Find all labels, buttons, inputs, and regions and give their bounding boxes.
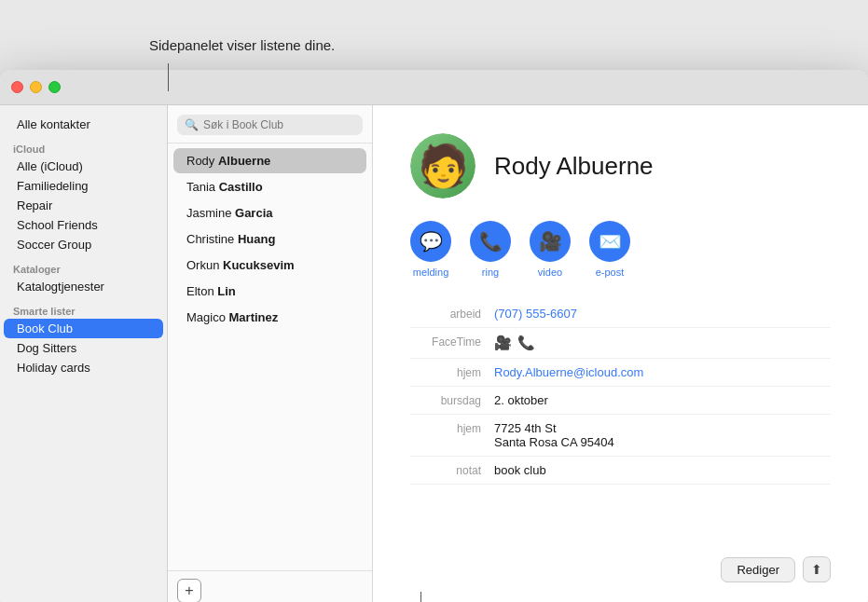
action-video[interactable]: 🎥 video xyxy=(530,221,571,278)
facetime-video-icon[interactable]: 🎥 xyxy=(494,335,512,351)
contacts-list-items: Rody Albuerne Tania Castillo Jasmine Gar… xyxy=(168,144,372,570)
contact-fields: arbeid (707) 555-6607 FaceTime 🎥 📞 xyxy=(410,300,831,541)
field-label-arbeid: arbeid xyxy=(410,307,494,321)
field-work-phone: arbeid (707) 555-6607 xyxy=(410,300,831,328)
contact-header: 🧑 Rody Albuerne xyxy=(410,133,831,198)
sidebar-item-dog-sitters[interactable]: Dog Sitters xyxy=(4,338,163,358)
sidebar-item-school-friends[interactable]: School Friends xyxy=(4,215,163,235)
share-icon: ⬆ xyxy=(811,562,822,577)
contact-item-orkun[interactable]: Orkun Kucuksevim xyxy=(173,253,366,278)
contact-item-rody[interactable]: Rody Albuerne xyxy=(173,148,366,173)
email-icon: ✉️ xyxy=(589,221,630,262)
field-label-notat: notat xyxy=(410,463,494,477)
contact-last-name: Lin xyxy=(217,284,236,298)
sidebar-item-repair[interactable]: Repair xyxy=(4,196,163,215)
phone-icon: 📞 xyxy=(470,221,511,262)
contact-first-name: Orkun xyxy=(186,258,223,272)
main-content: Alle kontakter iCloud Alle (iCloud) Fami… xyxy=(0,105,868,602)
message-label: melding xyxy=(413,267,449,278)
traffic-lights xyxy=(11,81,61,93)
add-list-button[interactable]: + xyxy=(177,579,201,602)
field-facetime: FaceTime 🎥 📞 xyxy=(410,328,831,359)
call-label: ring xyxy=(482,267,499,278)
field-label-bursdag: bursdag xyxy=(410,393,494,407)
share-button[interactable]: ⬆ xyxy=(803,556,831,582)
sidebar-item-all-contacts[interactable]: Alle kontakter xyxy=(4,115,163,134)
contact-list: 🔍 Rody Albuerne Tania Castillo Jasmine G… xyxy=(168,105,373,602)
edit-button[interactable]: Rediger xyxy=(721,557,795,582)
tooltip-top: Sidepanelet viser listene dine. xyxy=(149,37,335,53)
field-note: notat book club xyxy=(410,457,831,485)
detail-footer: Rediger ⬆ xyxy=(410,541,831,582)
sidebar-item-soccer-group[interactable]: Soccer Group xyxy=(4,235,163,254)
sidebar-item-katalogtjenester[interactable]: Katalogtjenester xyxy=(4,277,163,296)
action-email[interactable]: ✉️ e-post xyxy=(589,221,630,278)
list-footer: + xyxy=(168,570,372,602)
title-bar xyxy=(0,70,868,105)
field-value-address: 7725 4th StSanta Rosa CA 95404 xyxy=(494,421,831,449)
search-input-wrapper[interactable]: 🔍 xyxy=(177,115,363,135)
field-value-facetime: 🎥 📞 xyxy=(494,335,831,351)
contact-first-name: Rody xyxy=(186,154,218,168)
field-value-birthday: 2. oktober xyxy=(494,393,831,407)
field-value-work-phone[interactable]: (707) 555-6607 xyxy=(494,307,831,321)
tooltip-line-top xyxy=(168,63,169,91)
sidebar-item-book-club[interactable]: Book Club xyxy=(4,319,163,338)
close-button[interactable] xyxy=(11,81,23,93)
contact-first-name: Jasmine xyxy=(186,206,235,220)
contact-last-name: Kucuksevim xyxy=(223,258,295,272)
sidebar-item-holiday-cards[interactable]: Holiday cards xyxy=(4,358,163,377)
field-address: hjem 7725 4th StSanta Rosa CA 95404 xyxy=(410,415,831,457)
contact-detail-name: Rody Albuerne xyxy=(494,152,654,181)
app-window: Alle kontakter iCloud Alle (iCloud) Fami… xyxy=(0,70,868,602)
minimize-button[interactable] xyxy=(30,81,42,93)
video-icon: 🎥 xyxy=(530,221,571,262)
contact-item-christine[interactable]: Christine Huang xyxy=(173,226,366,252)
tooltip-line-bottom xyxy=(420,592,421,602)
search-bar: 🔍 xyxy=(168,105,372,144)
avatar: 🧑 xyxy=(410,133,475,198)
contact-first-name: Elton xyxy=(186,284,217,298)
sidebar-item-alle-icloud[interactable]: Alle (iCloud) xyxy=(4,157,163,176)
contact-first-name: Magico xyxy=(186,310,229,324)
action-call[interactable]: 📞 ring xyxy=(470,221,511,278)
field-label-hjem-email: hjem xyxy=(410,365,494,379)
contact-item-jasmine[interactable]: Jasmine Garcia xyxy=(173,200,366,226)
contact-last-name: Garcia xyxy=(235,206,272,220)
contact-item-magico[interactable]: Magico Martinez xyxy=(173,305,366,330)
contact-first-name: Tania xyxy=(186,180,219,194)
field-value-note: book club xyxy=(494,463,831,477)
contact-first-name: Christine xyxy=(186,232,238,246)
detail-panel: 🧑 Rody Albuerne 💬 melding 📞 ring 🎥 xyxy=(373,105,868,602)
field-value-email[interactable]: Rody.Albuerne@icloud.com xyxy=(494,365,831,379)
contact-last-name: Martinez xyxy=(229,310,279,324)
field-home-email: hjem Rody.Albuerne@icloud.com xyxy=(410,359,831,387)
contact-last-name: Huang xyxy=(238,232,275,246)
contact-item-elton[interactable]: Elton Lin xyxy=(173,279,366,304)
contact-item-tania[interactable]: Tania Castillo xyxy=(173,174,366,199)
sidebar-header-icloud: iCloud xyxy=(0,134,167,157)
contact-last-name: Albuerne xyxy=(218,154,270,168)
outer-wrapper: Sidepanelet viser listene dine. Alle kon… xyxy=(0,37,868,602)
field-label-hjem-address: hjem xyxy=(410,421,494,435)
action-message[interactable]: 💬 melding xyxy=(410,221,451,278)
search-icon: 🔍 xyxy=(185,118,199,131)
maximize-button[interactable] xyxy=(48,81,61,93)
search-input[interactable] xyxy=(203,118,355,131)
sidebar-header-smarte: Smarte lister xyxy=(0,296,167,319)
avatar-emoji: 🧑 xyxy=(410,133,475,198)
email-label: e-post xyxy=(596,267,625,278)
sidebar: Alle kontakter iCloud Alle (iCloud) Fami… xyxy=(0,105,168,602)
action-buttons: 💬 melding 📞 ring 🎥 video ✉️ e-post xyxy=(410,221,831,278)
contact-last-name: Castillo xyxy=(219,180,263,194)
message-icon: 💬 xyxy=(410,221,451,262)
facetime-icons: 🎥 📞 xyxy=(494,335,831,351)
facetime-phone-icon[interactable]: 📞 xyxy=(517,335,535,351)
video-label: video xyxy=(538,267,562,278)
field-label-facetime: FaceTime xyxy=(410,335,494,349)
sidebar-header-katalog: Kataloger xyxy=(0,254,167,277)
field-birthday: bursdag 2. oktober xyxy=(410,387,831,415)
sidebar-item-familiedeling[interactable]: Familiedeling xyxy=(4,176,163,196)
